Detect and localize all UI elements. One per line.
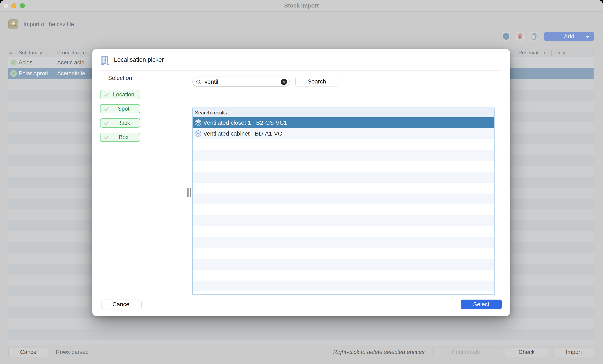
dialog-cancel-button[interactable]: Cancel: [102, 299, 141, 309]
clear-search-icon[interactable]: ✕: [281, 79, 287, 85]
delete-hint-text: Right-click to delete selected entities: [333, 347, 425, 357]
import-button[interactable]: Import: [554, 347, 594, 357]
results-header: Search results: [193, 108, 494, 117]
check-button[interactable]: Check: [505, 347, 548, 357]
layers-icon: [195, 119, 202, 127]
result-empty-row: [193, 139, 494, 150]
result-empty-row: [193, 183, 494, 194]
print-labels-button[interactable]: Print labels: [432, 347, 499, 357]
result-empty-row: [193, 150, 494, 161]
statusbar: Cancel Rows parsed Right-click to delete…: [0, 346, 603, 358]
column-separator: [551, 50, 552, 56]
import-title: Import of the csv file: [23, 21, 74, 28]
result-empty-row: [193, 291, 494, 295]
check-icon: [104, 121, 109, 126]
add-button[interactable]: Add: [544, 32, 594, 41]
check-circle-icon: [10, 59, 17, 66]
copy-icon: [531, 33, 538, 40]
search-button[interactable]: Search: [295, 77, 338, 86]
add-dropdown-caret-icon[interactable]: [585, 36, 590, 38]
filter-spot-button[interactable]: Spot: [100, 104, 140, 113]
toolbar-actions: i Add: [502, 32, 594, 41]
result-empty-row: [193, 248, 494, 259]
cancel-import-button[interactable]: Cancel: [8, 347, 49, 357]
filter-label: Rack: [117, 120, 130, 126]
panel-splitter-handle[interactable]: [187, 188, 191, 197]
result-empty-row: [193, 204, 494, 215]
column-separator: [18, 50, 18, 56]
filter-label: Location: [113, 91, 134, 98]
add-button-label: Add: [564, 33, 574, 40]
app-window: Stock import Import of the csv file i: [0, 0, 603, 364]
column-separator: [513, 50, 513, 56]
result-empty-row: [193, 237, 494, 248]
filter-location-button[interactable]: Location: [100, 90, 140, 99]
selection-label: Selection: [100, 75, 140, 81]
check-circle-icon: [10, 70, 17, 77]
import-header: Import of the csv file: [8, 20, 74, 29]
column-separator: [56, 50, 56, 56]
col-header-product[interactable]: Product name: [57, 48, 88, 57]
cell-sub-family: Acids: [19, 57, 33, 68]
filter-label: Spot: [118, 106, 130, 112]
result-empty-row: [193, 161, 494, 172]
search-input[interactable]: [205, 77, 267, 86]
search-field: ✕: [192, 77, 290, 87]
titlebar: Stock import: [0, 0, 603, 11]
localisation-picker-dialog: Localisation picker Selection Location S…: [92, 49, 510, 316]
column-separator: [92, 50, 92, 56]
result-label: Ventilated closet 1 - B2-GS-VC1: [203, 117, 287, 128]
result-item-selected[interactable]: Ventilated closet 1 - B2-GS-VC1: [193, 117, 494, 128]
check-icon: [104, 135, 109, 140]
table-empty-row: [8, 340, 594, 345]
rows-parsed-label: Rows parsed: [56, 347, 89, 357]
col-header-index[interactable]: #: [10, 48, 12, 57]
info-icon: i: [503, 33, 510, 40]
table-empty-row: [8, 329, 594, 340]
layers-icon: [195, 130, 202, 137]
filter-label: Box: [119, 134, 128, 141]
cell-product-name: Acetonitrile ...: [57, 68, 92, 79]
cell-product-name: Acetic acid ...: [57, 57, 91, 68]
duplicate-button[interactable]: [530, 32, 539, 41]
col-header-sub-family[interactable]: Sub family: [19, 48, 42, 57]
trash-icon: [517, 33, 523, 40]
result-empty-row: [193, 226, 494, 237]
col-header-test[interactable]: Test: [556, 48, 566, 57]
dialog-header: Localisation picker: [92, 49, 510, 70]
info-button[interactable]: i: [502, 32, 510, 41]
result-empty-row: [193, 270, 494, 281]
result-empty-row: [193, 194, 494, 204]
cell-sub-family: Polar Aproti...: [19, 68, 53, 79]
result-empty-row: [193, 215, 494, 226]
dialog-select-button[interactable]: Select: [461, 299, 502, 309]
results-filler: [193, 139, 494, 295]
col-header-reservation[interactable]: Reservation: [518, 48, 545, 57]
dialog-title: Localisation picker: [114, 49, 164, 70]
check-icon: [104, 107, 109, 111]
check-icon: [104, 93, 109, 97]
result-item[interactable]: Ventilated cabinet - BD-A1-VC: [193, 128, 494, 139]
search-results-panel: Search results Ventilated closet 1 - B2-…: [192, 108, 495, 295]
search-icon: [196, 79, 202, 85]
table-empty-row: [8, 318, 594, 329]
door-icon: [101, 55, 109, 65]
delete-button[interactable]: [516, 32, 525, 41]
window-title: Stock import: [0, 0, 603, 11]
csv-import-icon: [8, 20, 18, 29]
result-empty-row: [193, 281, 494, 291]
result-label: Ventilated cabinet - BD-A1-VC: [203, 128, 282, 139]
result-empty-row: [193, 172, 494, 183]
filter-rack-button[interactable]: Rack: [100, 118, 140, 128]
filter-box-button[interactable]: Box: [100, 133, 140, 142]
result-empty-row: [193, 259, 494, 270]
